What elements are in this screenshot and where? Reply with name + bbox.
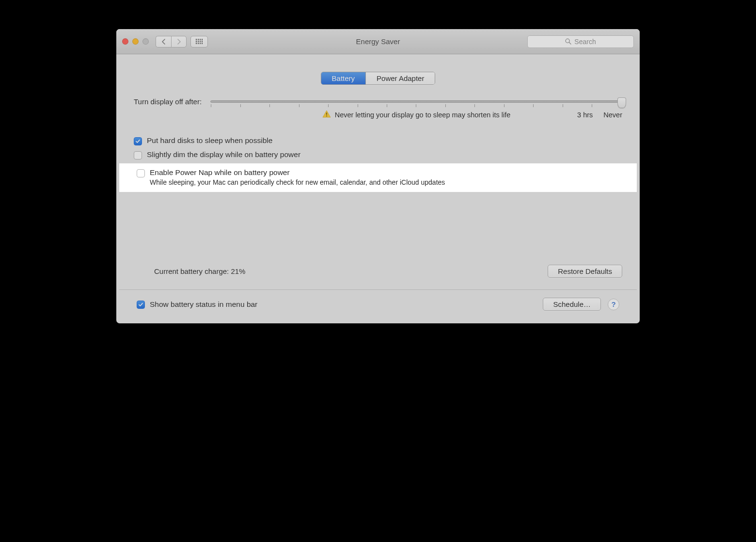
tab-battery[interactable]: Battery: [321, 72, 366, 84]
search-placeholder: Search: [574, 38, 596, 46]
content-area: Battery Power Adapter Turn display off a…: [116, 54, 640, 323]
chevron-left-icon: [161, 39, 166, 45]
schedule-button[interactable]: Schedule…: [543, 298, 601, 311]
question-mark-icon: ?: [611, 300, 615, 308]
svg-rect-2: [326, 112, 327, 115]
bottom-area: Current battery charge: 21% Restore Defa…: [131, 265, 625, 315]
minimize-icon[interactable]: [132, 38, 139, 45]
checkbox-menubar-status[interactable]: [137, 301, 145, 309]
option-power-nap-label: Enable Power Nap while on battery power: [150, 168, 445, 177]
back-button[interactable]: [156, 36, 171, 48]
zoom-icon: [142, 38, 149, 45]
display-sleep-row: Turn display off after: Never letting yo…: [134, 97, 622, 119]
slider-ticks: [210, 104, 622, 107]
display-sleep-slider-area: Never letting your display go to sleep m…: [210, 97, 622, 119]
search-icon: [565, 38, 571, 45]
segmented-control: Battery Power Adapter: [321, 72, 436, 85]
option-power-nap-content: Enable Power Nap while on battery power …: [150, 168, 445, 186]
restore-defaults-button[interactable]: Restore Defaults: [548, 265, 622, 278]
option-dim-display-label: Slightly dim the display while on batter…: [147, 150, 300, 159]
options-list: Put hard disks to sleep when possible Sl…: [134, 134, 622, 192]
tab-power-adapter[interactable]: Power Adapter: [365, 72, 435, 84]
footer-row: Show battery status in menu bar Schedule…: [134, 298, 622, 315]
titlebar: Energy Saver Search: [116, 29, 640, 54]
preferences-window: Energy Saver Search Battery Power Adapte…: [116, 29, 640, 323]
menubar-status-label: Show battery status in menu bar: [150, 300, 257, 309]
slider-label-never: Never: [603, 111, 622, 119]
checkbox-dim-display[interactable]: [134, 151, 142, 159]
nav-buttons: [156, 36, 187, 48]
slider-label-3hrs: 3 hrs: [577, 111, 593, 119]
show-all-button[interactable]: [190, 36, 208, 48]
option-hard-disks-label: Put hard disks to sleep when possible: [147, 136, 272, 145]
help-button[interactable]: ?: [608, 299, 619, 310]
divider: [119, 289, 637, 290]
svg-line-1: [569, 42, 571, 44]
option-power-nap[interactable]: Enable Power Nap while on battery power …: [119, 163, 637, 192]
footer-right: Schedule… ?: [543, 298, 619, 311]
checkbox-hard-disks[interactable]: [134, 137, 142, 145]
slider-caption-row: Never letting your display go to sleep m…: [210, 110, 622, 119]
slider-thumb[interactable]: [617, 97, 626, 108]
svg-point-3: [326, 115, 327, 116]
restore-row: Current battery charge: 21% Restore Defa…: [134, 265, 622, 278]
checkbox-power-nap[interactable]: [137, 169, 145, 177]
display-sleep-slider[interactable]: [210, 100, 622, 103]
tab-bar: Battery Power Adapter: [131, 72, 625, 85]
grid-icon: [196, 39, 203, 44]
option-dim-display[interactable]: Slightly dim the display while on batter…: [134, 148, 622, 162]
option-power-nap-subtext: While sleeping, your Mac can periodicall…: [150, 178, 445, 186]
window-controls: [122, 38, 149, 45]
warning-icon: [322, 110, 331, 119]
search-input[interactable]: Search: [527, 35, 634, 48]
footer-left[interactable]: Show battery status in menu bar: [137, 300, 257, 309]
slider-warning-text: Never letting your display go to sleep m…: [335, 111, 511, 119]
display-sleep-label: Turn display off after:: [134, 97, 202, 106]
option-hard-disks[interactable]: Put hard disks to sleep when possible: [134, 134, 622, 148]
forward-button[interactable]: [171, 36, 187, 48]
close-icon[interactable]: [122, 38, 128, 45]
battery-charge-status: Current battery charge: 21%: [154, 267, 245, 275]
chevron-right-icon: [177, 39, 181, 45]
